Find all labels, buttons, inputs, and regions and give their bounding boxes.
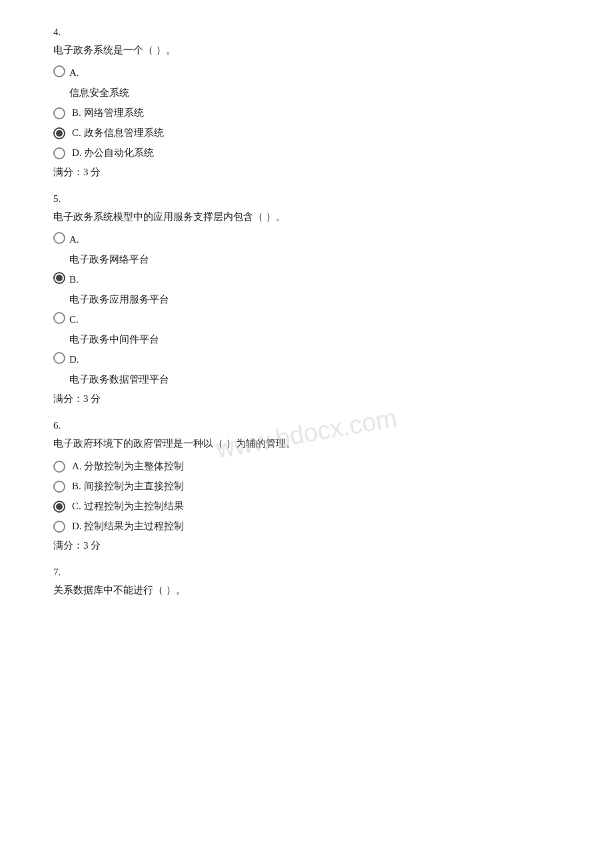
radio-icon[interactable] bbox=[53, 127, 65, 139]
option-label: B. bbox=[69, 271, 79, 287]
option-row[interactable]: C. 政务信息管理系统 bbox=[53, 125, 560, 141]
question-block-4: 4.电子政务系统是一个（ ）。A.信息安全系统B. 网络管理系统C. 政务信息管… bbox=[53, 27, 560, 179]
question-number: 6. bbox=[53, 420, 560, 431]
option-label: C. bbox=[69, 311, 79, 327]
option-row[interactable]: A. 分散控制为主整体控制 bbox=[53, 458, 560, 474]
question-block-6: 6.电子政府环境下的政府管理是一种以（ ）为辅的管理。A. 分散控制为主整体控制… bbox=[53, 420, 560, 552]
question-number: 7. bbox=[53, 567, 560, 578]
option-row[interactable]: C. 过程控制为主控制结果 bbox=[53, 498, 560, 514]
option-row[interactable]: A. bbox=[53, 65, 560, 81]
score-line: 满分：3 分 bbox=[53, 166, 560, 179]
option-text: 电子政务中间件平台 bbox=[53, 331, 560, 347]
option-label: A. bbox=[69, 231, 79, 247]
option-label: A. bbox=[69, 65, 79, 81]
option-label: B. 网络管理系统 bbox=[72, 105, 144, 121]
option-label: D. 控制结果为主过程控制 bbox=[72, 518, 184, 534]
option-row[interactable]: A. bbox=[53, 231, 560, 247]
option-text: 电子政务数据管理平台 bbox=[53, 371, 560, 387]
question-number: 5. bbox=[53, 193, 560, 205]
option-row[interactable]: D. 控制结果为主过程控制 bbox=[53, 518, 560, 534]
option-label: B. 间接控制为主直接控制 bbox=[72, 478, 184, 494]
radio-icon[interactable] bbox=[53, 107, 65, 119]
radio-icon[interactable] bbox=[53, 312, 65, 324]
question-number: 4. bbox=[53, 27, 560, 38]
radio-icon[interactable] bbox=[53, 272, 65, 284]
radio-icon[interactable] bbox=[53, 232, 65, 244]
option-row[interactable]: D. bbox=[53, 351, 560, 367]
option-label: D. 办公自动化系统 bbox=[72, 145, 154, 161]
radio-icon[interactable] bbox=[53, 501, 65, 513]
question-block-5: 5.电子政务系统模型中的应用服务支撑层内包含（ ）。A.电子政务网络平台B.电子… bbox=[53, 193, 560, 405]
question-text: 电子政务系统模型中的应用服务支撑层内包含（ ）。 bbox=[53, 209, 560, 225]
option-label: C. 政务信息管理系统 bbox=[72, 125, 164, 141]
option-label: C. 过程控制为主控制结果 bbox=[72, 498, 184, 514]
option-text: 信息安全系统 bbox=[53, 85, 560, 101]
option-row[interactable]: C. bbox=[53, 311, 560, 327]
score-line: 满分：3 分 bbox=[53, 393, 560, 405]
option-text: 电子政务应用服务平台 bbox=[53, 291, 560, 307]
score-line: 满分：3 分 bbox=[53, 539, 560, 552]
radio-icon[interactable] bbox=[53, 65, 65, 77]
question-text: 电子政府环境下的政府管理是一种以（ ）为辅的管理。 bbox=[53, 435, 560, 451]
question-text: 关系数据库中不能进行（ ）。 bbox=[53, 582, 560, 598]
option-label: D. bbox=[69, 351, 79, 367]
question-text: 电子政务系统是一个（ ）。 bbox=[53, 42, 560, 58]
option-row[interactable]: D. 办公自动化系统 bbox=[53, 145, 560, 161]
radio-icon[interactable] bbox=[53, 147, 65, 159]
option-row[interactable]: B. 网络管理系统 bbox=[53, 105, 560, 121]
option-row[interactable]: B. bbox=[53, 271, 560, 287]
radio-icon[interactable] bbox=[53, 461, 65, 473]
question-block-7: 7.关系数据库中不能进行（ ）。 bbox=[53, 567, 560, 598]
radio-icon[interactable] bbox=[53, 521, 65, 533]
option-row[interactable]: B. 间接控制为主直接控制 bbox=[53, 478, 560, 494]
option-text: 电子政务网络平台 bbox=[53, 251, 560, 267]
option-label: A. 分散控制为主整体控制 bbox=[72, 458, 184, 474]
radio-icon[interactable] bbox=[53, 481, 65, 493]
radio-icon[interactable] bbox=[53, 352, 65, 364]
